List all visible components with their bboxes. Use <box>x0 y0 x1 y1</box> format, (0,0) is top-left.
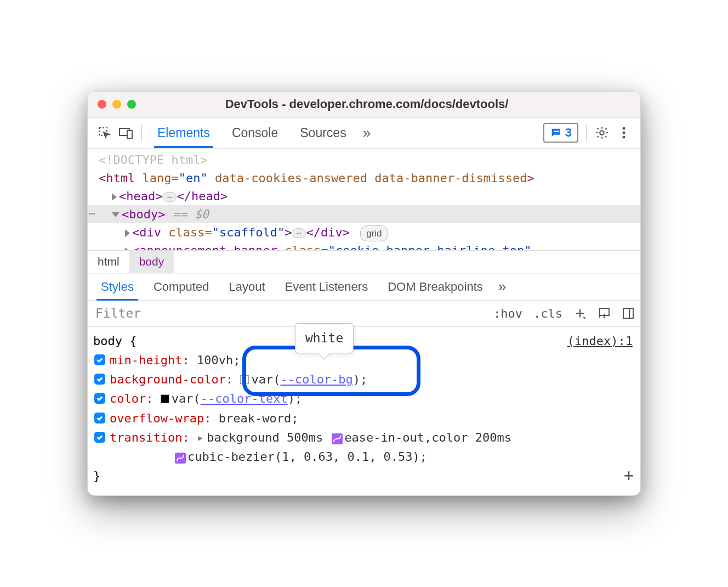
inspect-element-icon[interactable] <box>93 122 115 144</box>
issues-count: 3 <box>565 126 572 140</box>
titlebar: DevTools - developer.chrome.com/docs/dev… <box>88 92 640 118</box>
css-var-link[interactable]: --color-text <box>201 392 288 405</box>
copy-styles-icon[interactable] <box>592 307 616 320</box>
filter-input[interactable] <box>88 301 488 326</box>
dom-div-scaffold[interactable]: <div class="scaffold">⋯</div> grid <box>99 223 636 242</box>
dom-html-tag[interactable]: <html lang="en" data-cookies-answered da… <box>99 169 636 187</box>
grid-badge[interactable]: grid <box>360 225 388 242</box>
main-toolbar: Elements Console Sources » 3 <box>88 118 640 149</box>
svg-point-7 <box>623 136 625 139</box>
expand-icon[interactable] <box>112 193 117 201</box>
prop-transition[interactable]: transition: ▸background 500ms ease-in-ou… <box>93 428 635 466</box>
dom-announcement-banner[interactable]: <announcement-banner class="cookie-banne… <box>99 241 636 250</box>
dom-head-tag[interactable]: <head>⋯</head> <box>99 187 636 205</box>
rule-close: } <box>93 466 635 486</box>
divider <box>141 124 142 142</box>
selector[interactable]: body { <box>93 331 635 351</box>
easing-editor-icon[interactable] <box>332 433 343 444</box>
prop-min-height[interactable]: min-height: 100vh; <box>93 351 635 370</box>
expand-icon[interactable] <box>125 247 130 250</box>
expand-value-icon[interactable]: ▸ <box>197 428 204 447</box>
color-swatch-black[interactable] <box>161 394 169 403</box>
svg-rect-2 <box>127 131 132 138</box>
prop-checkbox[interactable] <box>94 393 105 404</box>
crumb-body[interactable]: body <box>129 251 174 273</box>
dom-body-tag-selected[interactable]: ⋯ <body> == $0 <box>88 205 640 223</box>
svg-rect-9 <box>623 308 633 318</box>
styles-filter-row: :hov .cls <box>88 301 640 327</box>
css-var-link[interactable]: --color-bg <box>280 372 352 386</box>
tab-console[interactable]: Console <box>221 118 289 148</box>
styles-rule-block[interactable]: (index):1 body { min-height: 100vh; back… <box>88 327 640 496</box>
collapsed-icon[interactable]: ⋯ <box>292 228 306 238</box>
breadcrumb: html body <box>88 250 640 273</box>
prop-checkbox[interactable] <box>94 374 105 385</box>
collapse-icon[interactable] <box>112 212 120 217</box>
window-title: DevTools - developer.chrome.com/docs/dev… <box>103 97 630 111</box>
prop-color[interactable]: color: var(--color-text); <box>93 389 635 408</box>
divider <box>586 124 587 142</box>
prop-background-color[interactable]: background-color: var(--color-bg); <box>93 370 635 389</box>
prop-checkbox[interactable] <box>94 354 105 365</box>
collapsed-icon[interactable]: ⋯ <box>162 192 177 202</box>
class-list-button[interactable]: .cls <box>528 301 568 326</box>
main-tabs: Elements Console Sources » <box>146 118 376 148</box>
prop-checkbox[interactable] <box>94 413 105 424</box>
subtab-layout[interactable]: Layout <box>219 274 275 300</box>
subtab-styles[interactable]: Styles <box>91 274 144 300</box>
color-swatch-white[interactable] <box>240 375 249 384</box>
computed-panel-icon[interactable] <box>616 307 640 320</box>
svg-point-5 <box>623 127 625 130</box>
more-subtabs-icon[interactable]: » <box>493 274 511 300</box>
more-tabs-icon[interactable]: » <box>357 118 376 148</box>
prop-overflow-wrap[interactable]: overflow-wrap: break-word; <box>93 409 635 428</box>
easing-editor-icon[interactable] <box>175 453 186 464</box>
row-actions-icon[interactable]: ⋯ <box>89 205 95 222</box>
value-tooltip: white <box>295 323 354 353</box>
svg-rect-3 <box>554 131 559 132</box>
svg-point-6 <box>623 132 625 134</box>
device-toggle-icon[interactable] <box>115 122 137 144</box>
dom-tree[interactable]: <!DOCTYPE html> <html lang="en" data-coo… <box>88 149 640 250</box>
dom-doctype[interactable]: <!DOCTYPE html> <box>99 151 636 169</box>
svg-point-4 <box>600 131 604 135</box>
source-link[interactable]: (index):1 <box>567 331 633 351</box>
subtab-dom-breakpoints[interactable]: DOM Breakpoints <box>378 274 493 300</box>
subtab-event-listeners[interactable]: Event Listeners <box>275 274 378 300</box>
new-style-rule-icon[interactable] <box>568 306 592 320</box>
hover-state-button[interactable]: :hov <box>488 301 528 326</box>
issues-badge[interactable]: 3 <box>543 123 578 143</box>
tab-elements[interactable]: Elements <box>146 118 221 148</box>
settings-gear-icon[interactable] <box>591 122 613 144</box>
devtools-window: DevTools - developer.chrome.com/docs/dev… <box>87 91 641 496</box>
crumb-html[interactable]: html <box>88 251 129 273</box>
styles-subtabs: Styles Computed Layout Event Listeners D… <box>88 273 640 301</box>
add-declaration-icon[interactable]: + <box>624 462 634 489</box>
kebab-menu-icon[interactable] <box>613 122 635 144</box>
tab-sources[interactable]: Sources <box>289 118 357 148</box>
expand-icon[interactable] <box>125 229 130 237</box>
subtab-computed[interactable]: Computed <box>144 274 219 300</box>
prop-checkbox[interactable] <box>94 432 105 443</box>
